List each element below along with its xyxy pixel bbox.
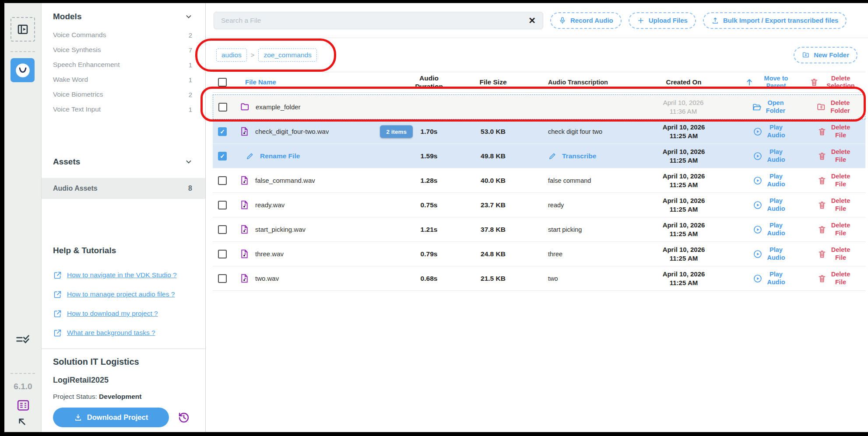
col-audio-transcription[interactable]: Audio Transcription: [531, 78, 631, 86]
row-checkbox[interactable]: ✓: [218, 152, 227, 160]
sidebar-item-voice-synthesis[interactable]: Voice Synthesis7: [42, 42, 205, 57]
sidebar-item-label: Voice Commands: [53, 31, 106, 39]
row-checkbox[interactable]: [218, 201, 227, 209]
sidebar-item-voice-text-input[interactable]: Voice Text Input1: [42, 102, 205, 117]
play-audio-action[interactable]: PlayAudio: [736, 271, 802, 286]
delete-file-action[interactable]: DeleteFile: [802, 173, 865, 188]
sidebar-item-audio-assets[interactable]: Audio Assets8: [42, 178, 205, 199]
sidebar-item-speech-enhancement[interactable]: Speech Enhancement1: [42, 57, 205, 72]
help-links: How to navigate in the VDK Studio ?How t…: [42, 265, 205, 342]
help-link-label: How to download my project ?: [67, 310, 158, 317]
record-audio-button[interactable]: Record Audio: [550, 12, 622, 29]
audio-duration: 0.79s: [403, 250, 455, 258]
audio-duration: 1.21s: [403, 226, 455, 234]
sidebar-item-wake-word[interactable]: Wake Word1: [42, 72, 205, 87]
folder-row[interactable]: example_folderApril 10, 202611:36 AMOpen…: [213, 94, 865, 119]
file-row[interactable]: false_command.wav1.28s40.0 KBfalse comma…: [213, 168, 865, 193]
file-row[interactable]: ✓Rename File1.59s49.8 KBTranscribeApril …: [213, 144, 865, 168]
move-to-parent-button[interactable]: Move to Parent: [736, 75, 802, 90]
delete-selection-button[interactable]: Delete Selection: [802, 75, 865, 90]
delete-file-action[interactable]: DeleteFile: [802, 246, 865, 262]
pencil-icon: [548, 152, 557, 160]
col-file-name[interactable]: File Name: [237, 78, 403, 87]
play-audio-action[interactable]: PlayAudio: [736, 173, 802, 188]
breadcrumb-item-audios[interactable]: audios: [216, 49, 247, 62]
col-file-size[interactable]: File Size: [455, 78, 531, 86]
file-row[interactable]: ready.wav0.75s23.7 KBreadyApril 10, 2026…: [213, 193, 865, 217]
play-audio-action[interactable]: PlayAudio: [736, 222, 802, 237]
topbar: ✕ Record Audio Upload Files Bulk Import …: [206, 3, 868, 38]
created-on: April 10, 202611:36 AM: [631, 98, 736, 115]
open-folder-action[interactable]: OpenFolder: [736, 99, 801, 115]
table-body: example_folderApril 10, 202611:36 AMOpen…: [213, 94, 865, 291]
delete-file-action[interactable]: DeleteFile: [802, 197, 865, 213]
file-row[interactable]: ✓check_digit_four-two.wav2 items1.70s53.…: [213, 119, 865, 144]
delete-file-action[interactable]: DeleteFile: [802, 148, 865, 164]
play-audio-action[interactable]: PlayAudio: [736, 148, 802, 164]
row-checkbox[interactable]: [218, 103, 227, 112]
trash-icon: [817, 225, 827, 234]
play-audio-action[interactable]: PlayAudio: [736, 197, 802, 213]
project-history-button[interactable]: [178, 412, 190, 424]
news-icon: [17, 399, 30, 412]
row-checkbox[interactable]: [218, 274, 227, 283]
play-circle-icon: [753, 176, 763, 185]
delete-file-action[interactable]: DeleteFile: [802, 222, 865, 237]
delete-folder-action[interactable]: DeleteFolder: [801, 99, 865, 115]
delete-file-action[interactable]: DeleteFile: [802, 124, 865, 139]
trash-icon: [817, 274, 827, 283]
sidebar-item-count: 2: [189, 31, 192, 39]
bulk-import-export-button[interactable]: Bulk Import / Export transcribed files: [703, 12, 847, 29]
file-row[interactable]: start_picking.wav1.21s37.8 KBstart picki…: [213, 217, 865, 242]
col-audio-duration[interactable]: Audio Duration: [403, 74, 455, 91]
collapse-sidebar-button[interactable]: [11, 17, 35, 42]
breadcrumb-separator: >: [251, 51, 255, 59]
download-project-button[interactable]: Download Project: [53, 408, 169, 427]
sidebar-item-voice-biometrics[interactable]: Voice Biometrics2: [42, 87, 205, 102]
app-rail: 6.1.0: [4, 3, 42, 432]
select-all-checkbox[interactable]: [218, 78, 227, 87]
release-notes-button[interactable]: [17, 399, 30, 412]
rename-file-action[interactable]: Rename File: [260, 152, 300, 160]
help-link[interactable]: What are background tasks ?: [42, 323, 205, 342]
play-audio-action[interactable]: PlayAudio: [736, 246, 802, 262]
search-input[interactable]: [221, 17, 528, 24]
audio-duration: 0.75s: [403, 201, 455, 209]
col-created-on[interactable]: Created On: [631, 78, 736, 87]
task-list-icon: [16, 334, 31, 346]
app-logo[interactable]: [11, 58, 35, 82]
help-link[interactable]: How to manage project audio files ?: [42, 285, 205, 304]
background-tasks-button[interactable]: [16, 334, 31, 347]
solution-name: Solution IT Logistics: [53, 357, 194, 367]
file-size: 24.8 KB: [455, 250, 531, 258]
help-link[interactable]: How to download my project ?: [42, 304, 205, 323]
play-circle-icon: [753, 249, 763, 259]
file-name: start_picking.wav: [255, 226, 306, 233]
delete-file-action[interactable]: DeleteFile: [802, 271, 865, 286]
vdk-logo-icon: [13, 61, 32, 80]
clear-search-icon[interactable]: ✕: [528, 16, 536, 25]
file-row[interactable]: two.wav0.68s21.5 KBtwoApril 10, 202611:2…: [213, 266, 865, 291]
row-checkbox[interactable]: [218, 250, 227, 258]
assets-section-header[interactable]: Assets: [42, 155, 205, 168]
new-folder-button[interactable]: New Folder: [794, 47, 857, 63]
help-link[interactable]: How to navigate in the VDK Studio ?: [42, 265, 205, 285]
breadcrumb-row: audios>zoe_commands New Folder: [206, 38, 868, 72]
upload-files-button[interactable]: Upload Files: [629, 12, 696, 29]
file-row[interactable]: three.wav0.79s24.8 KBthreeApril 10, 2026…: [213, 242, 865, 266]
audio-file-icon: [239, 224, 250, 234]
transcribe-action[interactable]: Transcribe: [562, 152, 596, 160]
play-audio-action[interactable]: PlayAudio: [736, 124, 802, 139]
sidebar-item-voice-commands[interactable]: Voice Commands2: [42, 28, 205, 42]
breadcrumb-item-zoe_commands[interactable]: zoe_commands: [258, 49, 316, 62]
collapse-panel-button[interactable]: [16, 416, 28, 427]
sidebar-item-label: Wake Word: [53, 76, 88, 84]
row-checkbox[interactable]: [218, 225, 227, 234]
row-checkbox[interactable]: [218, 176, 227, 185]
sidebar-item-label: Voice Synthesis: [53, 46, 101, 54]
play-circle-icon: [753, 151, 763, 161]
row-checkbox[interactable]: ✓: [218, 127, 227, 136]
created-on: April 10, 202611:25 AM: [631, 196, 736, 213]
audio-duration: 1.28s: [403, 177, 455, 185]
models-section-header[interactable]: Models: [42, 10, 205, 23]
